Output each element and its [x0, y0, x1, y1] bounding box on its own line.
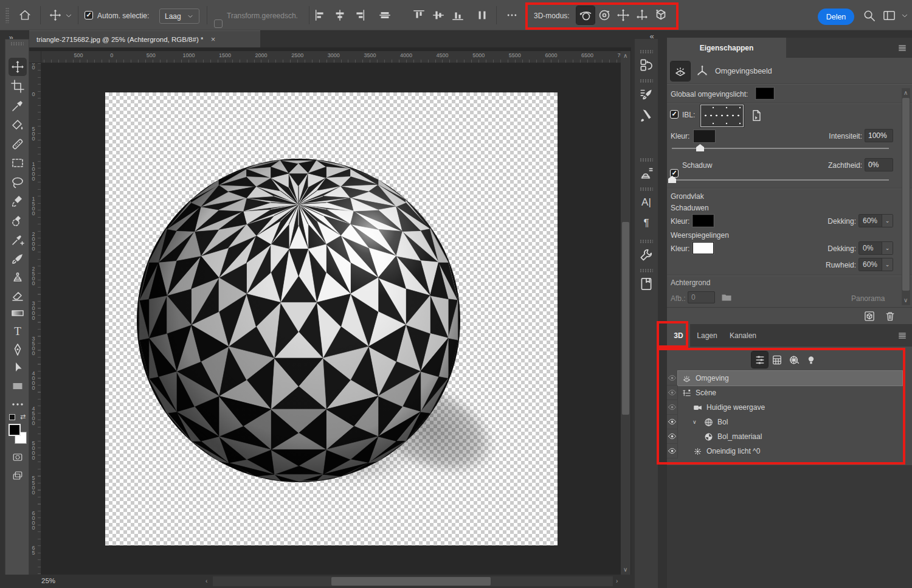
- coordinates-icon[interactable]: [695, 64, 710, 78]
- shape-tool[interactable]: [10, 379, 25, 393]
- scroll-down-icon[interactable]: ∨: [903, 297, 908, 303]
- folder-icon[interactable]: [720, 291, 733, 303]
- auto-select-checkbox[interactable]: [85, 11, 93, 19]
- render-3d-icon[interactable]: [863, 310, 876, 322]
- ibl-texture-thumbnail[interactable]: [700, 105, 744, 127]
- ibl-color-swatch[interactable]: [694, 130, 715, 142]
- color-sampler-tool[interactable]: [10, 232, 25, 247]
- scroll-right-icon[interactable]: ›: [616, 578, 618, 584]
- close-icon[interactable]: ×: [209, 36, 216, 43]
- shadow-checkbox[interactable]: [670, 169, 679, 178]
- image-number-input[interactable]: [688, 291, 715, 303]
- 3d-sphere-object[interactable]: [133, 155, 464, 486]
- filter-meshes-button[interactable]: [769, 351, 785, 368]
- scene-item-huidige-weergave[interactable]: Huidige weergave: [667, 400, 902, 415]
- type-tool[interactable]: T: [10, 324, 25, 339]
- tab-lagen[interactable]: Lagen: [691, 324, 723, 347]
- filter-lights-button[interactable]: [803, 351, 819, 368]
- transform-controls-checkbox[interactable]: [214, 19, 223, 28]
- foreground-color-swatch[interactable]: [9, 424, 21, 436]
- align-center-special-icon[interactable]: [378, 9, 392, 22]
- brush-settings-icon[interactable]: [638, 86, 654, 102]
- toolbar-grip[interactable]: [10, 42, 24, 46]
- tab-3d[interactable]: 3D: [667, 324, 690, 347]
- softness-input[interactable]: [865, 158, 893, 171]
- lasso-tool[interactable]: [10, 175, 25, 190]
- tool-presets-icon[interactable]: [638, 247, 654, 263]
- eyedropper-tool[interactable]: [10, 99, 25, 113]
- vertical-scroll-thumb[interactable]: [622, 222, 629, 415]
- dock-grip[interactable]: [640, 79, 653, 83]
- crop-tool[interactable]: [10, 79, 25, 94]
- dock-grip[interactable]: [640, 269, 653, 272]
- eraser-tool[interactable]: [10, 288, 25, 302]
- shadow-opacity-combo[interactable]: 60%⌄: [858, 214, 893, 227]
- ruler-corner[interactable]: [29, 51, 41, 63]
- history-icon[interactable]: [638, 57, 654, 73]
- screen-mode-icon[interactable]: [11, 470, 24, 481]
- gradient-tool[interactable]: [10, 306, 25, 320]
- paragraph-icon[interactable]: ¶: [638, 215, 654, 231]
- scene-item-sc-ne[interactable]: Scène: [667, 386, 902, 400]
- align-top-icon[interactable]: [412, 9, 426, 22]
- chevron-down-icon[interactable]: ⌄: [882, 215, 893, 227]
- quick-mask-icon[interactable]: [11, 452, 24, 463]
- align-middle-v-icon[interactable]: [432, 9, 445, 22]
- current-tool-button[interactable]: [46, 7, 64, 24]
- align-bottom-icon[interactable]: [451, 9, 465, 22]
- align-right-icon[interactable]: [353, 9, 366, 22]
- visibility-eye-icon[interactable]: [667, 386, 678, 400]
- brush-tool[interactable]: [10, 252, 25, 266]
- share-button[interactable]: Delen: [818, 9, 854, 25]
- roughness-combo[interactable]: 60%⌄: [858, 258, 893, 271]
- visibility-eye-icon[interactable]: [667, 371, 678, 386]
- align-center-h-icon[interactable]: [333, 9, 347, 22]
- properties-scrollbar[interactable]: ∧ ∨: [902, 88, 910, 305]
- chevron-down-icon[interactable]: ⌄: [882, 242, 893, 254]
- workspace-icon[interactable]: [882, 9, 897, 22]
- intensity-slider-handle[interactable]: [696, 144, 704, 151]
- path-select-tool[interactable]: [10, 361, 25, 375]
- character-icon[interactable]: A|: [638, 195, 654, 210]
- shadow-color-swatch[interactable]: [693, 215, 714, 227]
- pan-3d-button[interactable]: [614, 6, 632, 24]
- panel-menu-icon[interactable]: [897, 43, 908, 53]
- filter-materials-button[interactable]: [786, 351, 802, 368]
- scroll-down-icon[interactable]: ∨: [623, 567, 627, 573]
- dock-grip[interactable]: [640, 158, 653, 162]
- dock-grip[interactable]: [640, 187, 653, 191]
- softness-slider-track[interactable]: [672, 179, 889, 181]
- roll-3d-button[interactable]: [595, 6, 613, 24]
- scroll-left-icon[interactable]: ‹: [206, 578, 207, 584]
- canvas-vertical-scrollbar[interactable]: ∧ ∨: [621, 51, 630, 575]
- chevron-down-icon[interactable]: [900, 12, 909, 20]
- horizontal-scroll-thumb[interactable]: [331, 577, 491, 586]
- environment-filter-button[interactable]: [671, 61, 690, 81]
- tab-kanalen[interactable]: Kanalen: [724, 324, 762, 347]
- canvas-horizontal-scrollbar[interactable]: [213, 576, 613, 586]
- trash-icon[interactable]: [884, 310, 896, 322]
- scene-item-bol[interactable]: ∨Bol: [667, 415, 902, 429]
- visibility-eye-icon[interactable]: [667, 400, 678, 415]
- more-tools[interactable]: [10, 397, 25, 412]
- tab-eigenschappen[interactable]: Eigenschappen: [667, 38, 786, 58]
- global-light-swatch[interactable]: [756, 88, 774, 99]
- auto-select-dropdown[interactable]: Laag: [159, 9, 199, 24]
- scene-item-omgeving[interactable]: Omgeving: [667, 371, 902, 386]
- scroll-up-icon[interactable]: ∧: [903, 90, 908, 96]
- quick-selection-tool[interactable]: [10, 194, 25, 209]
- swap-colors-icon[interactable]: ⇄: [19, 413, 27, 421]
- intensity-input[interactable]: [865, 129, 893, 142]
- panel-menu-icon[interactable]: [897, 331, 908, 341]
- move-tool[interactable]: [10, 60, 25, 74]
- slide-3d-button[interactable]: [633, 6, 651, 24]
- scale-3d-button[interactable]: [652, 6, 670, 24]
- reflection-opacity-combo[interactable]: 0%⌄: [858, 241, 893, 255]
- replace-texture-icon[interactable]: [750, 109, 763, 122]
- mini-swap-colors-icon[interactable]: [9, 414, 15, 420]
- pen-tool[interactable]: [10, 342, 25, 357]
- visibility-eye-icon[interactable]: [667, 415, 678, 429]
- chevron-down-icon[interactable]: [64, 12, 73, 20]
- dock-grip[interactable]: [640, 50, 653, 54]
- more-options-button[interactable]: [505, 9, 519, 22]
